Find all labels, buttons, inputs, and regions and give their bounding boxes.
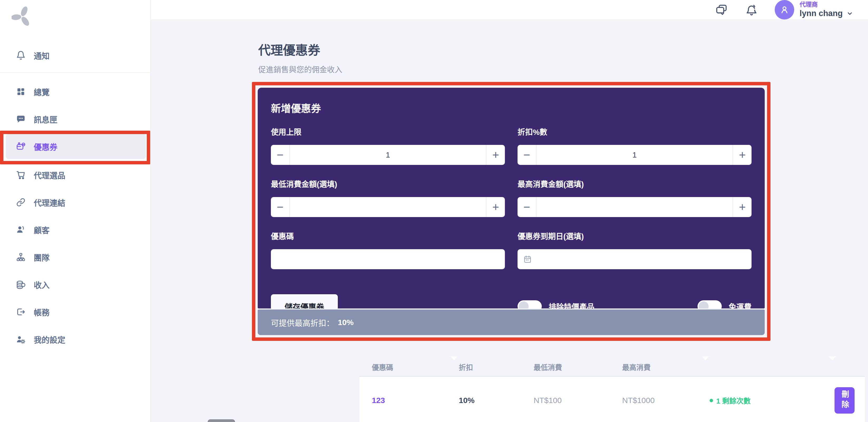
max-spend-field: 最高消費金額(選填) − + [518, 178, 751, 217]
sort-caret-icon [450, 356, 458, 360]
org-chart-icon [15, 253, 26, 262]
person-gear-icon [15, 334, 26, 344]
sidebar-item-agent-links[interactable]: 代理連結 [0, 189, 150, 216]
usage-limit-label: 使用上限 [271, 126, 505, 137]
max-spend-stepper: − + [518, 197, 751, 217]
column-header-min-spend: 最低消費 [534, 362, 622, 372]
bottom-cutoff-element [208, 419, 235, 422]
free-shipping-toggle[interactable] [698, 300, 722, 309]
remaining-uses-badge: 1 剩餘次數 [710, 395, 823, 406]
coins-icon [15, 280, 26, 289]
new-coupon-panel: 新增優惠券 使用上限 − 1 + 折扣%數 [258, 88, 765, 309]
panel-heading: 新增優惠券 [271, 100, 751, 115]
expiry-date-label: 優惠券到期日(選填) [518, 230, 751, 241]
min-spend-cell: NT$100 [534, 396, 622, 405]
min-spend-value[interactable] [271, 197, 505, 217]
expiry-date-field: 優惠券到期日(選填) [518, 230, 751, 269]
plus-button[interactable]: + [486, 145, 505, 165]
min-spend-field: 最低消費金額(選填) − + [271, 178, 505, 217]
user-role: 代理商 [800, 1, 854, 8]
sidebar-item-inbox[interactable]: 訊息匣 [0, 105, 150, 133]
discount-cell: 10% [459, 396, 534, 405]
page-subtitle: 促進銷售與您的佣金收入 [258, 63, 868, 74]
sidebar-item-label: 團隊 [34, 251, 50, 263]
sidebar-item-label: 顧客 [34, 224, 50, 235]
usage-limit-stepper: − 1 + [271, 145, 505, 165]
link-icon [15, 198, 26, 207]
coupon-code-input[interactable] [271, 249, 505, 269]
brand-logo [11, 6, 150, 27]
main-area: 代理商 lynn chang 代理優惠券 促進銷售與您的佣金收入 新增優惠券 [151, 0, 868, 422]
sidebar-item-overview[interactable]: 總覽 [0, 78, 150, 105]
table-row: 123 10% NT$100 NT$1000 1 剩餘次數 刪除 [360, 377, 865, 422]
plus-button[interactable]: + [733, 145, 751, 165]
minus-button[interactable]: − [518, 145, 536, 165]
discount-percent-value[interactable]: 1 [518, 145, 751, 165]
max-discount-value: 10% [338, 318, 353, 327]
app-root: 通知 總覽 [0, 0, 868, 422]
plus-button[interactable]: + [486, 197, 505, 217]
table-header: 優惠碼 折扣 最低消費 最高消費 [360, 358, 865, 377]
chat-bubbles-icon[interactable] [715, 3, 728, 17]
column-header-max-spend: 最高消費 [622, 362, 710, 372]
sidebar-item-label: 收入 [34, 279, 50, 290]
min-spend-label: 最低消費金額(選填) [271, 178, 505, 189]
bell-icon [15, 51, 26, 60]
max-spend-value[interactable] [518, 197, 751, 217]
coupon-table: 優惠碼 折扣 最低消費 最高消費 123 10% NT$100 NT$1000 … [360, 358, 865, 422]
sidebar-item-coupons[interactable]: 優惠券 [0, 134, 150, 161]
coupon-icon [15, 142, 26, 151]
bell-icon[interactable] [745, 3, 758, 17]
sidebar-item-customers[interactable]: 顧客 [0, 216, 150, 244]
expiry-date-input[interactable] [518, 249, 751, 269]
minus-button[interactable]: − [271, 197, 290, 217]
sidebar-item-label: 通知 [34, 50, 50, 61]
coupon-code-label: 優惠碼 [271, 230, 505, 241]
sort-caret-icon [829, 356, 836, 360]
sidebar-item-label: 訊息匣 [34, 113, 57, 125]
page-title: 代理優惠券 [258, 40, 868, 58]
avatar [775, 0, 794, 20]
delete-coupon-button[interactable]: 刪除 [835, 387, 855, 414]
coupon-code-cell: 123 [372, 396, 459, 405]
sort-caret-icon [702, 356, 709, 360]
max-spend-label: 最高消費金額(選填) [518, 178, 751, 189]
save-coupon-button[interactable]: 儲存優惠券 [271, 294, 338, 309]
sidebar-item-label: 優惠券 [34, 141, 57, 152]
free-shipping-toggle-group: 免運費 [698, 300, 751, 309]
sidebar-nav: 總覽 訊息匣 [0, 78, 150, 353]
sidebar-item-label: 代理選品 [34, 169, 65, 181]
toggle-knob [519, 301, 529, 309]
sidebar-item-label: 我的設定 [34, 333, 65, 345]
minus-button[interactable]: − [271, 145, 290, 165]
usage-limit-value[interactable]: 1 [271, 145, 505, 165]
plus-button[interactable]: + [733, 197, 751, 217]
sidebar-item-my-settings[interactable]: 我的設定 [0, 326, 150, 353]
sidebar-item-income[interactable]: 收入 [0, 271, 150, 298]
min-spend-stepper: − + [271, 197, 505, 217]
person-icon [15, 225, 26, 234]
minus-button[interactable]: − [518, 197, 536, 217]
annotation-highlight-form: 新增優惠券 使用上限 − 1 + 折扣%數 [252, 82, 771, 341]
topbar: 代理商 lynn chang [151, 0, 868, 20]
discount-percent-field: 折扣%數 − 1 + [518, 126, 751, 165]
toggle-knob [699, 301, 709, 309]
grid-icon [15, 87, 26, 96]
coupon-code-field: 優惠碼 [271, 230, 505, 269]
user-name: lynn chang [800, 8, 843, 19]
sidebar: 通知 總覽 [0, 0, 151, 422]
max-discount-bar: 可提供最高折扣： 10% [258, 310, 765, 335]
exclude-sale-items-toggle[interactable] [518, 300, 542, 309]
max-discount-note: 可提供最高折扣： [271, 317, 334, 328]
sidebar-item-label: 總覽 [34, 86, 50, 97]
sidebar-item-team[interactable]: 團隊 [0, 244, 150, 271]
calendar-icon [523, 255, 532, 263]
user-menu[interactable]: 代理商 lynn chang [775, 0, 854, 20]
sidebar-divider [0, 72, 150, 73]
discount-percent-label: 折扣%數 [518, 126, 751, 137]
sidebar-item-notifications[interactable]: 通知 [0, 42, 150, 69]
sidebar-item-agent-products[interactable]: 代理選品 [0, 161, 150, 189]
column-header-code: 優惠碼 [372, 362, 459, 372]
trefoil-logo-icon [11, 6, 32, 27]
sidebar-item-billing[interactable]: 帳務 [0, 298, 150, 326]
